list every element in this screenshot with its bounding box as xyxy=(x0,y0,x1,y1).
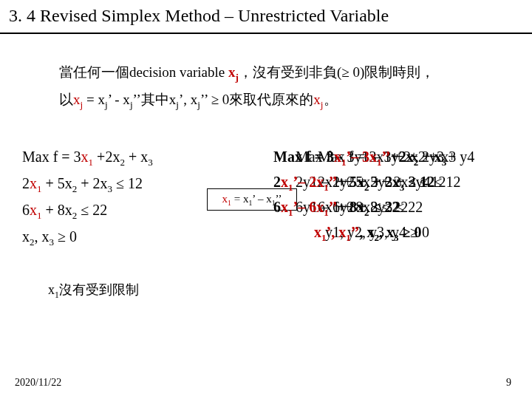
intro-l2o: 。 xyxy=(324,92,338,107)
ab-a5: ’ – x xyxy=(252,193,271,205)
r2-fe: x xyxy=(316,174,324,190)
r1-fj: + x xyxy=(418,149,441,165)
footer-date: 2020/11/22 xyxy=(15,377,61,389)
l-r1f: + x xyxy=(125,149,148,165)
r1-fk: 3 xyxy=(442,157,447,168)
r3-fb: x xyxy=(281,199,288,215)
intro-text: 當任何一個decision variable xj，沒有受到非負(≥ 0)限制時… xyxy=(59,59,502,114)
r4-fa: x xyxy=(314,224,321,240)
slide: 3. 4 Revised Simplex Method – Unrestrict… xyxy=(0,0,532,399)
l-r3d: + 8x xyxy=(42,202,72,218)
r2-fa: 2 xyxy=(273,174,281,190)
r1-fg: ’’ xyxy=(382,149,391,165)
intro-l1d: ，沒有受到非負(≥ 0)限制時則， xyxy=(239,64,434,80)
r3-fj: ≤ 22 xyxy=(369,199,399,215)
r3-fe: x xyxy=(316,199,324,215)
intro-l1a: 當任何一個decision variable xyxy=(59,64,228,80)
r4-fh: , x xyxy=(379,224,394,240)
l-r1a: Max f = 3 xyxy=(22,149,81,165)
r4-fe: ’’ xyxy=(351,224,360,240)
left-problem: Max f = 3x1 +2x2 + x3 2x1 + 5x2 + 2x3 ≤ … xyxy=(22,144,153,250)
note-c: 沒有受到限制 xyxy=(59,282,139,297)
r2-fd: ’– 2 xyxy=(293,174,317,190)
intro-var-x: x xyxy=(228,64,236,80)
l-r2f: + 2x xyxy=(77,175,107,191)
l-r2a: 2 xyxy=(22,175,30,191)
r2-fg: ’’ xyxy=(329,174,338,190)
r2-fb: x xyxy=(281,174,288,190)
l-r3b: x xyxy=(30,202,37,218)
intro-l2d: = x xyxy=(83,92,105,107)
intro-l2f: ’ - x xyxy=(108,92,130,107)
r4-fc: ’, x xyxy=(327,224,347,240)
unrestricted-note: x1沒有受到限制 xyxy=(48,281,139,300)
intro-l2j: ’, x xyxy=(179,92,197,107)
r3-fg: ’’ xyxy=(329,199,338,215)
ab-a1: x xyxy=(222,193,228,205)
ab-a3: = x xyxy=(231,193,248,205)
intro-l2h: ’’其中x xyxy=(133,92,177,107)
r2-fj: + 2x xyxy=(369,174,399,190)
l-r3f: ≤ 22 xyxy=(77,202,107,218)
r4-fj: ≥ 0 xyxy=(399,224,422,240)
intro-x2: x xyxy=(73,92,81,107)
slide-title: 3. 4 Revised Simplex Method – Unrestrict… xyxy=(9,6,389,26)
r2-fl: ≤ 12 xyxy=(404,174,434,190)
r1-fh: +2x xyxy=(390,149,413,165)
l-r2d: + 5x xyxy=(42,175,72,191)
r3-fd: ’– 6 xyxy=(293,199,317,215)
r3-fh: + 8x xyxy=(338,199,364,215)
r3-fa: 6 xyxy=(273,199,281,215)
l-r2h: ≤ 12 xyxy=(112,175,143,191)
note-a: x xyxy=(48,282,55,297)
r1-fe: x xyxy=(369,149,377,165)
l-r4c: , x xyxy=(35,228,50,245)
r1-fa: Max f = 3 xyxy=(273,149,334,165)
intro-l2a: 以 xyxy=(59,92,73,107)
l-r1b: x xyxy=(81,149,89,165)
intro-x3: x xyxy=(313,92,321,107)
r2-fh: + 5x xyxy=(338,174,364,190)
intro-l2l: ’’ ≥ 0來取代原來的 xyxy=(200,92,313,107)
r1-fd: ’– 3 xyxy=(346,149,369,165)
l-r1g: 3 xyxy=(148,157,153,168)
l-r2b: x xyxy=(30,175,37,191)
title-underline xyxy=(0,33,532,34)
l-r1d: +2x xyxy=(93,149,120,165)
r1-fb: x xyxy=(334,149,341,165)
l-r3a: 6 xyxy=(22,202,30,218)
l-r4a: x xyxy=(22,228,30,245)
footer-page: 9 xyxy=(506,377,511,389)
r4-ff: , x xyxy=(360,224,375,240)
l-r4e: ≥ 0 xyxy=(54,228,77,245)
right-problem: Max f = 3x1 +2x2 + x3 Max f = 3y1 – 3y2 … xyxy=(273,144,525,245)
